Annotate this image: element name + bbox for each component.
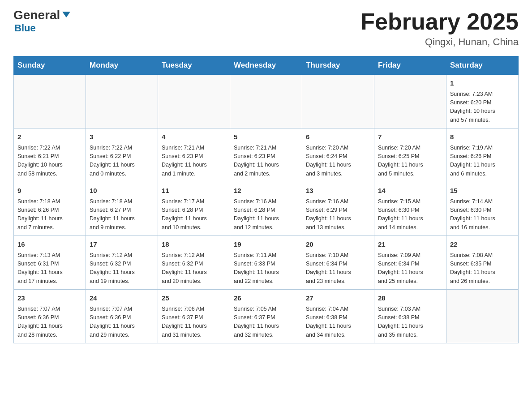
table-row: 10Sunrise: 7:18 AM Sunset: 6:27 PM Dayli…: [86, 182, 158, 236]
day-info: Sunrise: 7:22 AM Sunset: 6:21 PM Dayligh…: [17, 144, 82, 179]
col-wednesday: Wednesday: [230, 56, 302, 75]
day-info: Sunrise: 7:19 AM Sunset: 6:26 PM Dayligh…: [450, 144, 515, 179]
table-row: 16Sunrise: 7:13 AM Sunset: 6:31 PM Dayli…: [14, 236, 86, 290]
location-text: Qingxi, Hunan, China: [360, 36, 519, 48]
day-info: Sunrise: 7:07 AM Sunset: 6:36 PM Dayligh…: [17, 305, 82, 340]
table-row: 27Sunrise: 7:04 AM Sunset: 6:38 PM Dayli…: [302, 290, 374, 343]
day-number: 20: [306, 240, 370, 250]
logo-general-text: General: [13, 9, 70, 21]
logo: General Blue: [13, 9, 70, 34]
table-row: 26Sunrise: 7:05 AM Sunset: 6:37 PM Dayli…: [230, 290, 302, 343]
day-number: 2: [17, 132, 82, 142]
table-row: 6Sunrise: 7:20 AM Sunset: 6:24 PM Daylig…: [302, 128, 374, 182]
day-number: 7: [378, 132, 442, 142]
table-row: 15Sunrise: 7:14 AM Sunset: 6:30 PM Dayli…: [446, 182, 519, 236]
day-number: 3: [90, 132, 154, 142]
day-info: Sunrise: 7:16 AM Sunset: 6:29 PM Dayligh…: [306, 197, 370, 232]
day-number: 8: [450, 132, 515, 142]
table-row: [86, 75, 158, 128]
day-info: Sunrise: 7:18 AM Sunset: 6:27 PM Dayligh…: [90, 197, 154, 232]
day-info: Sunrise: 7:14 AM Sunset: 6:30 PM Dayligh…: [450, 197, 515, 232]
day-number: 15: [450, 186, 515, 196]
day-number: 14: [378, 186, 442, 196]
calendar-table: Sunday Monday Tuesday Wednesday Thursday…: [13, 56, 519, 343]
day-info: Sunrise: 7:15 AM Sunset: 6:30 PM Dayligh…: [378, 197, 442, 232]
day-info: Sunrise: 7:06 AM Sunset: 6:37 PM Dayligh…: [162, 305, 226, 340]
day-info: Sunrise: 7:11 AM Sunset: 6:33 PM Dayligh…: [234, 251, 298, 286]
day-number: 22: [450, 240, 515, 250]
table-row: 20Sunrise: 7:10 AM Sunset: 6:34 PM Dayli…: [302, 236, 374, 290]
col-monday: Monday: [86, 56, 158, 75]
table-row: 1Sunrise: 7:23 AM Sunset: 6:20 PM Daylig…: [446, 75, 519, 128]
day-info: Sunrise: 7:16 AM Sunset: 6:28 PM Dayligh…: [234, 197, 298, 232]
col-thursday: Thursday: [302, 56, 374, 75]
day-info: Sunrise: 7:05 AM Sunset: 6:37 PM Dayligh…: [234, 305, 298, 340]
day-info: Sunrise: 7:22 AM Sunset: 6:22 PM Dayligh…: [90, 144, 154, 179]
table-row: 17Sunrise: 7:12 AM Sunset: 6:32 PM Dayli…: [86, 236, 158, 290]
col-saturday: Saturday: [446, 56, 519, 75]
day-number: 23: [17, 293, 82, 304]
day-info: Sunrise: 7:07 AM Sunset: 6:36 PM Dayligh…: [90, 305, 154, 340]
table-row: 12Sunrise: 7:16 AM Sunset: 6:28 PM Dayli…: [230, 182, 302, 236]
page-header: General Blue February 2025 Qingxi, Hunan…: [13, 9, 519, 48]
table-row: 21Sunrise: 7:09 AM Sunset: 6:34 PM Dayli…: [374, 236, 446, 290]
day-number: 13: [306, 186, 370, 196]
day-info: Sunrise: 7:23 AM Sunset: 6:20 PM Dayligh…: [450, 90, 515, 125]
table-row: 9Sunrise: 7:18 AM Sunset: 6:26 PM Daylig…: [14, 182, 86, 236]
table-row: 23Sunrise: 7:07 AM Sunset: 6:36 PM Dayli…: [14, 290, 86, 343]
table-row: 25Sunrise: 7:06 AM Sunset: 6:37 PM Dayli…: [158, 290, 230, 343]
table-row: 19Sunrise: 7:11 AM Sunset: 6:33 PM Dayli…: [230, 236, 302, 290]
day-info: Sunrise: 7:21 AM Sunset: 6:23 PM Dayligh…: [234, 144, 298, 179]
day-number: 28: [378, 293, 442, 304]
day-info: Sunrise: 7:08 AM Sunset: 6:35 PM Dayligh…: [450, 251, 515, 286]
day-info: Sunrise: 7:13 AM Sunset: 6:31 PM Dayligh…: [17, 251, 82, 286]
table-row: 28Sunrise: 7:03 AM Sunset: 6:38 PM Dayli…: [374, 290, 446, 343]
day-number: 4: [162, 132, 226, 142]
day-number: 27: [306, 293, 370, 304]
day-info: Sunrise: 7:09 AM Sunset: 6:34 PM Dayligh…: [378, 251, 442, 286]
table-row: 5Sunrise: 7:21 AM Sunset: 6:23 PM Daylig…: [230, 128, 302, 182]
table-row: [230, 75, 302, 128]
day-number: 17: [90, 240, 154, 250]
title-block: February 2025 Qingxi, Hunan, China: [360, 9, 519, 48]
table-row: [446, 290, 519, 343]
day-info: Sunrise: 7:17 AM Sunset: 6:28 PM Dayligh…: [162, 197, 226, 232]
table-row: 4Sunrise: 7:21 AM Sunset: 6:23 PM Daylig…: [158, 128, 230, 182]
day-number: 12: [234, 186, 298, 196]
day-number: 5: [234, 132, 298, 142]
day-number: 26: [234, 293, 298, 304]
day-number: 1: [450, 78, 515, 89]
logo-blue-text: Blue: [14, 22, 36, 34]
day-info: Sunrise: 7:04 AM Sunset: 6:38 PM Dayligh…: [306, 305, 370, 340]
day-number: 18: [162, 240, 226, 250]
day-number: 25: [162, 293, 226, 304]
logo-triangle-icon: [62, 12, 70, 17]
day-info: Sunrise: 7:10 AM Sunset: 6:34 PM Dayligh…: [306, 251, 370, 286]
calendar-week-row: 9Sunrise: 7:18 AM Sunset: 6:26 PM Daylig…: [14, 182, 519, 236]
table-row: [158, 75, 230, 128]
calendar-week-row: 16Sunrise: 7:13 AM Sunset: 6:31 PM Dayli…: [14, 236, 519, 290]
col-tuesday: Tuesday: [158, 56, 230, 75]
day-info: Sunrise: 7:12 AM Sunset: 6:32 PM Dayligh…: [162, 251, 226, 286]
day-info: Sunrise: 7:03 AM Sunset: 6:38 PM Dayligh…: [378, 305, 442, 340]
calendar-week-row: 2Sunrise: 7:22 AM Sunset: 6:21 PM Daylig…: [14, 128, 519, 182]
day-number: 6: [306, 132, 370, 142]
table-row: 13Sunrise: 7:16 AM Sunset: 6:29 PM Dayli…: [302, 182, 374, 236]
day-info: Sunrise: 7:20 AM Sunset: 6:24 PM Dayligh…: [306, 144, 370, 179]
table-row: 22Sunrise: 7:08 AM Sunset: 6:35 PM Dayli…: [446, 236, 519, 290]
table-row: 14Sunrise: 7:15 AM Sunset: 6:30 PM Dayli…: [374, 182, 446, 236]
day-number: 24: [90, 293, 154, 304]
table-row: [374, 75, 446, 128]
table-row: 18Sunrise: 7:12 AM Sunset: 6:32 PM Dayli…: [158, 236, 230, 290]
day-number: 11: [162, 186, 226, 196]
table-row: 3Sunrise: 7:22 AM Sunset: 6:22 PM Daylig…: [86, 128, 158, 182]
calendar-header-row: Sunday Monday Tuesday Wednesday Thursday…: [14, 56, 519, 75]
table-row: 11Sunrise: 7:17 AM Sunset: 6:28 PM Dayli…: [158, 182, 230, 236]
table-row: 2Sunrise: 7:22 AM Sunset: 6:21 PM Daylig…: [14, 128, 86, 182]
day-number: 21: [378, 240, 442, 250]
day-number: 16: [17, 240, 82, 250]
month-title: February 2025: [360, 9, 519, 34]
day-info: Sunrise: 7:20 AM Sunset: 6:25 PM Dayligh…: [378, 144, 442, 179]
table-row: [302, 75, 374, 128]
day-info: Sunrise: 7:18 AM Sunset: 6:26 PM Dayligh…: [17, 197, 82, 232]
